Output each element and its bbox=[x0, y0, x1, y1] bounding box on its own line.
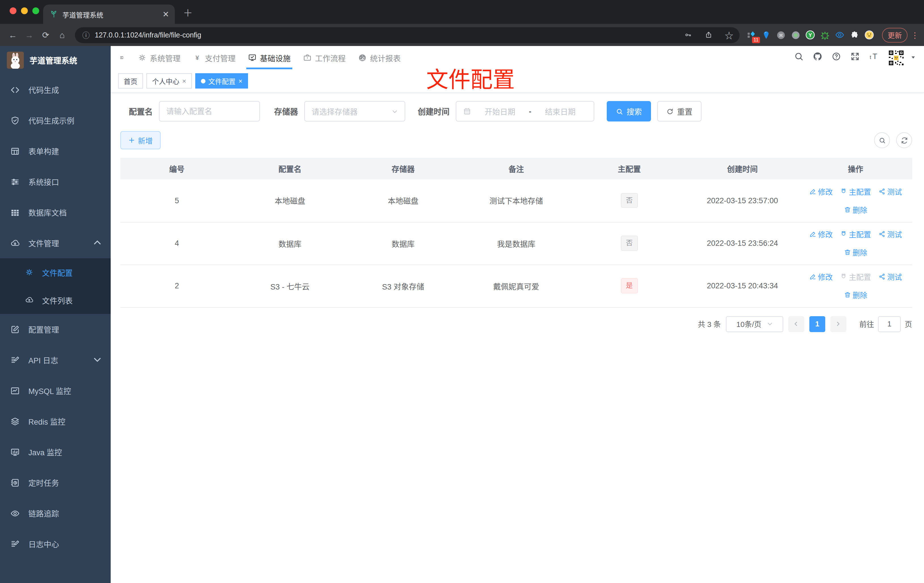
site-info-icon[interactable]: ⓘ bbox=[82, 30, 90, 40]
extension-star-icon[interactable] bbox=[818, 28, 832, 42]
fullscreen-button[interactable] bbox=[850, 52, 860, 64]
home-button[interactable]: ⌂ bbox=[54, 27, 70, 43]
tag-file-config[interactable]: 文件配置 × bbox=[195, 73, 248, 89]
action-edit[interactable]: 修改 bbox=[809, 186, 833, 197]
action-edit[interactable]: 修改 bbox=[809, 271, 833, 282]
sidebar-item-file-config[interactable]: 文件配置 bbox=[0, 258, 111, 286]
action-test[interactable]: 测试 bbox=[878, 186, 902, 197]
sidebar-item-redis-monitor[interactable]: Redis 监控 bbox=[0, 406, 111, 436]
page-content: 配置名 存储器 请选择存储器 创建时间 bbox=[111, 93, 924, 583]
top-menu-workflow[interactable]: 工作流程 bbox=[297, 46, 352, 69]
close-icon[interactable]: × bbox=[182, 77, 186, 85]
extension-command-icon[interactable]: ⌘ bbox=[774, 28, 788, 42]
cell-created-at: 2022-03-15 20:43:34 bbox=[686, 264, 799, 307]
share-icon[interactable] bbox=[701, 27, 716, 43]
extension-y-icon[interactable]: Y bbox=[804, 28, 817, 42]
magnet-icon bbox=[840, 188, 847, 195]
search-button[interactable] bbox=[794, 52, 804, 64]
next-page-button[interactable] bbox=[830, 316, 846, 332]
prev-page-button[interactable] bbox=[788, 316, 804, 332]
search-icon bbox=[878, 137, 886, 144]
sidebar-item-cron-job[interactable]: 定时任务 bbox=[0, 467, 111, 498]
top-menu-report[interactable]: 统计报表 bbox=[352, 46, 407, 69]
action-delete[interactable]: 删除 bbox=[844, 247, 867, 258]
storage-select[interactable]: 请选择存储器 bbox=[304, 101, 405, 122]
sidebar-item-form-builder[interactable]: 表单构建 bbox=[0, 135, 111, 166]
cell-storage: 本地磁盘 bbox=[346, 179, 460, 222]
close-icon[interactable]: × bbox=[238, 77, 243, 85]
tag-profile[interactable]: 个人中心 × bbox=[147, 73, 192, 89]
sidebar-item-file-list[interactable]: 文件列表 bbox=[0, 286, 111, 314]
caret-down-icon[interactable] bbox=[911, 54, 916, 61]
action-delete[interactable]: 删除 bbox=[844, 204, 867, 215]
browser-update-button[interactable]: 更新 bbox=[882, 28, 908, 42]
zoom-window-button[interactable] bbox=[32, 7, 39, 14]
sidebar-item-label: 定时任务 bbox=[28, 477, 102, 488]
tab-title: 芋道管理系统 bbox=[63, 9, 158, 19]
current-page-button[interactable]: 1 bbox=[809, 316, 825, 332]
sidebar-item-log-center[interactable]: 日志中心 bbox=[0, 528, 111, 559]
key-icon[interactable] bbox=[680, 27, 696, 43]
cell-id: 5 bbox=[120, 179, 234, 222]
new-tab-button[interactable]: ＋ bbox=[180, 5, 195, 19]
extension-emoji-icon[interactable] bbox=[863, 28, 876, 42]
reset-button[interactable]: 重置 bbox=[657, 101, 701, 122]
sidebar-item-mysql-monitor[interactable]: MySQL 监控 bbox=[0, 375, 111, 406]
show-search-button[interactable] bbox=[874, 132, 890, 148]
sidebar-item-java-monitor[interactable]: Java 监控 bbox=[0, 436, 111, 467]
close-window-button[interactable] bbox=[10, 7, 16, 14]
action-delete[interactable]: 删除 bbox=[844, 289, 867, 300]
sidebar-item-system-api[interactable]: 系统接口 bbox=[0, 166, 111, 197]
action-test[interactable]: 测试 bbox=[878, 229, 902, 239]
font-size-button[interactable]: tT bbox=[869, 52, 879, 64]
sidebar-item-code-gen-demo[interactable]: 代码生成示例 bbox=[0, 105, 111, 135]
goto-page-input[interactable] bbox=[878, 316, 901, 332]
storage-select-placeholder: 请选择存储器 bbox=[312, 106, 358, 117]
action-edit[interactable]: 修改 bbox=[809, 229, 833, 239]
sidebar-fold-icon[interactable] bbox=[116, 52, 127, 63]
trash-icon bbox=[844, 292, 851, 299]
sidebar-item-trace[interactable]: 链路追踪 bbox=[0, 498, 111, 528]
add-button[interactable]: 新增 bbox=[120, 131, 161, 149]
minimize-window-button[interactable] bbox=[21, 7, 28, 14]
extension-green-dot-icon[interactable] bbox=[789, 28, 802, 42]
bookmark-star-icon[interactable]: ☆ bbox=[721, 27, 737, 43]
extension-puzzle-icon[interactable] bbox=[848, 28, 861, 42]
sidebar-item-api-log[interactable]: API 日志 bbox=[0, 345, 111, 375]
forward-button[interactable]: → bbox=[21, 27, 37, 43]
tag-home[interactable]: 首页 bbox=[118, 73, 143, 89]
avatar[interactable] bbox=[888, 49, 905, 66]
top-menu-infra[interactable]: 基础设施 bbox=[242, 46, 297, 69]
sidebar-item-code-gen[interactable]: 代码生成 bbox=[0, 74, 111, 105]
top-menu-system-manage[interactable]: 系统管理 bbox=[132, 46, 187, 69]
refresh-icon bbox=[666, 107, 674, 115]
total-count: 共 3 条 bbox=[698, 319, 721, 329]
question-button[interactable] bbox=[832, 52, 841, 64]
action-master[interactable]: 主配置 bbox=[840, 186, 871, 197]
sidebar-item-db-doc[interactable]: 数据库文档 bbox=[0, 197, 111, 228]
browser-tab[interactable]: 芋道管理系统 ✕ bbox=[43, 5, 175, 24]
extension-balloon-icon[interactable] bbox=[759, 28, 773, 42]
search-button[interactable]: 搜索 bbox=[607, 101, 651, 122]
action-master[interactable]: 主配置 bbox=[840, 229, 871, 239]
refresh-table-button[interactable] bbox=[896, 132, 912, 148]
sidebar-item-label: 代码生成 bbox=[28, 84, 102, 95]
sidebar-item-file-manage[interactable]: 文件管理 bbox=[0, 228, 111, 258]
extension-eye-icon[interactable] bbox=[833, 28, 847, 42]
tab-close-icon[interactable]: ✕ bbox=[163, 10, 169, 18]
reload-button[interactable]: ⟳ bbox=[38, 27, 53, 43]
extension-pin-icon[interactable]: 11 bbox=[745, 28, 758, 42]
back-button[interactable]: ← bbox=[5, 27, 20, 43]
github-button[interactable] bbox=[813, 52, 822, 64]
browser-menu-icon[interactable]: ⋮ bbox=[911, 30, 919, 40]
top-menu-payment-manage[interactable]: ¥支付管理 bbox=[187, 46, 242, 69]
page-size-select[interactable]: 10条/页 bbox=[726, 316, 783, 332]
action-test[interactable]: 测试 bbox=[878, 271, 902, 282]
sidebar-item-config-manage[interactable]: 配置管理 bbox=[0, 314, 111, 345]
logo-row[interactable]: 芋道管理系统 bbox=[0, 46, 111, 74]
action-master[interactable]: 主配置 bbox=[840, 271, 871, 282]
config-name-input[interactable] bbox=[166, 107, 252, 116]
date-range-picker[interactable]: 开始日期 - 结束日期 bbox=[456, 101, 594, 122]
question-icon bbox=[832, 52, 841, 61]
url-bar[interactable]: ⓘ 127.0.0.1:1024/infra/file/file-config … bbox=[75, 27, 739, 43]
